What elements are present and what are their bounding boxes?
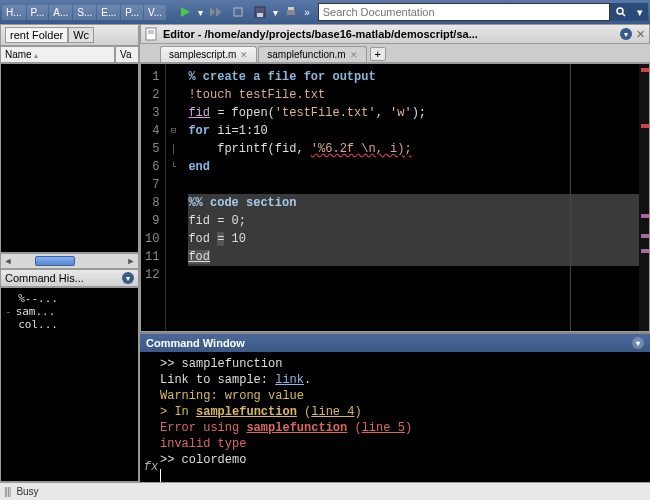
ruler-line — [570, 64, 571, 331]
command-line: >> samplefunction — [160, 356, 648, 372]
value-column[interactable]: Va — [115, 46, 139, 63]
code-line[interactable]: fid = 0; — [188, 212, 639, 230]
tab-close-icon[interactable]: ✕ — [240, 50, 248, 60]
code-area[interactable]: % create a file for output!touch testFil… — [180, 64, 639, 331]
code-line[interactable]: fid = fopen('testFile.txt', 'w'); — [188, 104, 639, 122]
editor-tab[interactable]: samplefunction.m✕ — [258, 46, 366, 62]
save-button[interactable] — [250, 3, 270, 21]
toolstrip-tab[interactable]: S... — [73, 5, 96, 20]
minimap-mark[interactable] — [641, 214, 649, 218]
toolstrip-tab[interactable]: P... — [121, 5, 143, 20]
tab-label: samplescript.m — [169, 49, 236, 60]
tab-label: samplefunction.m — [267, 49, 345, 60]
folder-columns: Name ▴ Va — [0, 46, 139, 63]
status-text: Busy — [16, 486, 38, 497]
status-bar: |||| Busy — [0, 482, 650, 500]
svg-rect-7 — [288, 7, 294, 10]
history-list[interactable]: %--...-sam... col... — [0, 287, 139, 482]
history-panel-header: Command His... ▾ — [0, 269, 139, 287]
svg-rect-6 — [287, 10, 295, 15]
scroll-right-icon[interactable]: ► — [124, 256, 138, 266]
svg-marker-2 — [216, 7, 221, 17]
command-window[interactable]: fx >> samplefunctionLink to sample: link… — [140, 352, 650, 482]
svg-rect-10 — [146, 28, 156, 40]
command-window-title: Command Window — [146, 337, 245, 349]
svg-marker-0 — [181, 7, 190, 17]
minimap-error-mark[interactable] — [641, 124, 649, 128]
more-icon[interactable]: » — [302, 7, 312, 18]
command-menu-icon[interactable]: ▾ — [632, 337, 644, 349]
editor-menu-icon[interactable]: ▾ — [620, 28, 632, 40]
new-tab-button[interactable]: + — [370, 47, 386, 61]
status-grip-icon: |||| — [4, 486, 10, 497]
command-line: Warning: wrong value — [160, 388, 648, 404]
save-dropdown-icon[interactable]: ▾ — [271, 7, 280, 18]
folder-tree[interactable] — [0, 63, 139, 253]
command-line: > In samplefunction (line 4) — [160, 404, 648, 420]
history-menu-icon[interactable]: ▾ — [122, 272, 134, 284]
run-button[interactable] — [175, 3, 195, 21]
command-line: Link to sample: link. — [160, 372, 648, 388]
svg-rect-3 — [234, 8, 242, 16]
command-prompt[interactable] — [160, 468, 648, 482]
minimap-mark[interactable] — [641, 249, 649, 253]
code-minimap[interactable] — [639, 64, 649, 331]
search-input[interactable] — [318, 3, 610, 21]
line-numbers: 123456789101112 — [141, 64, 166, 331]
toolstrip-tabs: H...P...A...S...E...P...V... — [2, 5, 166, 20]
history-item[interactable]: -sam... — [5, 305, 134, 318]
folder-panel-header: rent Folder Wc — [0, 24, 139, 46]
code-line[interactable]: % create a file for output — [188, 68, 639, 86]
editor-header: Editor - /home/andy/projects/base16-matl… — [140, 24, 650, 44]
folder-hscrollbar[interactable]: ◄ ► — [0, 253, 139, 269]
svg-rect-5 — [257, 13, 263, 17]
code-line[interactable] — [188, 176, 639, 194]
command-line: Error using samplefunction (line 5) — [160, 420, 648, 436]
code-line[interactable]: !touch testFile.txt — [188, 86, 639, 104]
code-line[interactable]: for ii=1:10 — [188, 122, 639, 140]
folder-tab[interactable]: rent Folder — [5, 27, 68, 43]
command-line: >> colordemo — [160, 452, 648, 468]
command-line: invalid type — [160, 436, 648, 452]
run-dropdown-icon[interactable]: ▾ — [196, 7, 205, 18]
tab-close-icon[interactable]: ✕ — [350, 50, 358, 60]
code-line[interactable]: fod — [188, 248, 639, 266]
history-item[interactable]: col... — [5, 318, 134, 331]
code-line[interactable]: end — [188, 158, 639, 176]
toolbar-menu-button[interactable]: ▾ — [632, 3, 648, 21]
svg-line-9 — [622, 13, 625, 16]
toolstrip-tab[interactable]: E... — [97, 5, 120, 20]
toolstrip-tab[interactable]: V... — [144, 5, 166, 20]
name-column[interactable]: Name ▴ — [0, 46, 115, 63]
editor-tabs: samplescript.m✕samplefunction.m✕+ — [140, 44, 650, 63]
code-line[interactable] — [188, 266, 639, 284]
toolstrip-tab[interactable]: H... — [2, 5, 26, 20]
history-item[interactable]: %--... — [5, 292, 134, 305]
history-title: Command His... — [5, 272, 84, 284]
editor-tab[interactable]: samplescript.m✕ — [160, 46, 257, 62]
editor-title: Editor - /home/andy/projects/base16-matl… — [163, 28, 616, 40]
toolstrip-tab[interactable]: A... — [49, 5, 72, 20]
step-in-button[interactable] — [228, 3, 248, 21]
scroll-left-icon[interactable]: ◄ — [1, 256, 15, 266]
code-line[interactable]: fod = 10 — [188, 230, 639, 248]
editor-icon — [145, 27, 159, 41]
toolstrip-tab[interactable]: P... — [27, 5, 49, 20]
minimap-mark[interactable] — [641, 234, 649, 238]
workspace-tab[interactable]: Wc — [68, 27, 94, 43]
code-editor[interactable]: 123456789101112 ⊟│└ % create a file for … — [140, 63, 650, 332]
code-line[interactable]: fprintf(fid, '%6.2f \n, i); — [188, 140, 639, 158]
search-button[interactable] — [610, 3, 632, 21]
command-window-header: Command Window ▾ — [140, 334, 650, 352]
editor-close-icon[interactable]: ✕ — [636, 28, 645, 41]
fold-gutter[interactable]: ⊟│└ — [166, 64, 180, 331]
svg-marker-1 — [210, 7, 215, 17]
code-line[interactable]: %% code section — [188, 194, 639, 212]
scroll-thumb[interactable] — [35, 256, 75, 266]
fx-icon[interactable]: fx — [142, 356, 160, 478]
main-toolbar: H...P...A...S...E...P...V... ▾ ▾ » ▾ — [0, 0, 650, 24]
minimap-error-mark[interactable] — [641, 68, 649, 72]
step-button[interactable] — [206, 3, 226, 21]
print-button[interactable] — [281, 3, 301, 21]
